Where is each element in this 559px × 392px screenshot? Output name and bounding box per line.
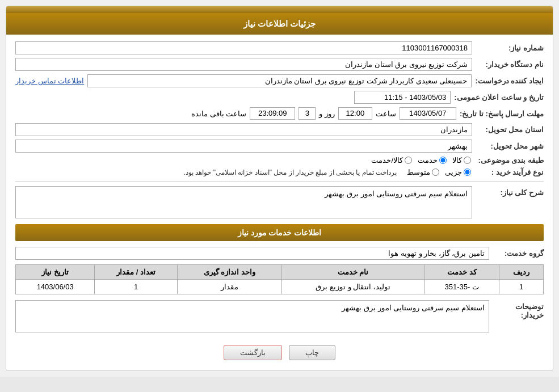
table-row: 1 ت -35-351 تولید، انتقال و توزیع برق مق…	[16, 280, 544, 294]
deadline-remaining-label: ساعت باقی مانده	[191, 108, 246, 120]
service-group-label: گروه خدمت:	[493, 249, 544, 258]
purchase-note: پرداخت تمام یا بخشی از مبلغ خریدار از مح…	[184, 168, 397, 176]
announce-label: تاریخ و ساعت اعلان عمومی:	[454, 93, 544, 102]
category-khedmat-label: خدمت	[418, 156, 438, 165]
announce-row: تاریخ و ساعت اعلان عمومی: 1403/05/03 - 1…	[15, 91, 544, 104]
bottom-buttons: چاپ بازگشت	[15, 337, 544, 364]
service-group-value: تامین برق، گاز، بخار و تهویه هوا	[15, 247, 489, 260]
id-label: شماره نیاز:	[476, 44, 544, 52]
category-kala-khedmat[interactable]: کالا/خدمت	[371, 156, 412, 165]
col-qty: تعداد / مقدار	[95, 265, 178, 280]
need-section: شرح کلی نیاز:	[15, 186, 544, 218]
category-radio-group: کالا خدمت کالا/خدمت	[371, 156, 471, 165]
col-date: تاریخ نیاز	[16, 265, 95, 280]
category-khedmat[interactable]: خدمت	[418, 156, 447, 165]
creator-link[interactable]: اطلاعات تماس خریدار	[15, 77, 84, 85]
category-kala-label: کالا	[452, 156, 462, 165]
id-row: شماره نیاز: 1103001167000318	[15, 41, 544, 54]
province-value: مازندران	[15, 123, 472, 136]
category-label: طبقه بندی موضوعی:	[476, 156, 544, 165]
city-row: شهر محل تحویل: بهشهر	[15, 140, 544, 153]
city-value: بهشهر	[15, 140, 472, 153]
deadline-row: مهلت ارسال پاسخ: تا تاریخ: 1403/05/07 سا…	[15, 107, 544, 120]
need-label: شرح کلی نیاز:	[476, 186, 544, 197]
creator-value: حسینعلی سعیدی کاربردار شرکت توزیع نیروی …	[87, 74, 472, 87]
cell-qty: 1	[95, 280, 178, 294]
cell-unit: مقدار	[177, 280, 281, 294]
cell-row: 1	[499, 280, 543, 294]
city-label: شهر محل تحویل:	[476, 142, 544, 150]
buyer-org-value: شرکت توزیع نیروی برق استان مازندران	[15, 58, 472, 71]
province-row: استان محل تحویل: مازندران	[15, 123, 544, 136]
cell-name: تولید، انتقال و توزیع برق	[281, 280, 424, 294]
creator-row: ایجاد کننده درخواست: حسینعلی سعیدی کاربر…	[15, 74, 544, 87]
deadline-time-label: ساعت	[376, 108, 396, 120]
cell-code: ت -35-351	[424, 280, 499, 294]
page-title: جزئیات اطلاعات نیاز	[6, 13, 553, 35]
category-row: طبقه بندی موضوعی: کالا خدمت کالا/خدمت	[15, 156, 544, 165]
col-name: نام خدمت	[281, 265, 424, 280]
col-row: ردیف	[499, 265, 543, 280]
col-unit: واحد اندازه گیری	[177, 265, 281, 280]
deadline-time: 12:00	[338, 107, 372, 120]
print-button[interactable]: چاپ	[289, 345, 335, 360]
main-card: جزئیات اطلاعات نیاز شماره نیاز: 11030011…	[6, 6, 553, 371]
buyer-org-label: نام دستگاه خریدار:	[476, 60, 544, 69]
header-accent-bar	[6, 6, 553, 13]
creator-label: ایجاد کننده درخواست:	[475, 77, 544, 85]
id-value: 1103001167000318	[15, 41, 472, 54]
purchase-motavaset[interactable]: متوسط	[407, 168, 439, 176]
category-kala[interactable]: کالا	[452, 156, 471, 165]
purchase-radio-group: جزیی متوسط پرداخت تمام یا بخشی از مبلغ خ…	[184, 168, 471, 176]
buyer-desc-row: توضیحات خریدار:	[15, 300, 544, 332]
back-button[interactable]: بازگشت	[224, 345, 282, 360]
deadline-days-label: روز و	[319, 108, 335, 120]
purchase-jozi[interactable]: جزیی	[445, 168, 471, 176]
deadline-label: مهلت ارسال پاسخ: تا تاریخ:	[460, 109, 544, 118]
deadline-date: 1403/05/07	[400, 107, 456, 120]
need-textarea[interactable]	[15, 186, 472, 218]
cell-date: 1403/06/03	[16, 280, 95, 294]
announce-value: 1403/05/03 - 11:15	[354, 91, 451, 104]
province-label: استان محل تحویل:	[476, 125, 544, 134]
buyer-desc-label: توضیحات خریدار:	[493, 300, 544, 319]
deadline-remaining: 23:09:09	[250, 107, 295, 120]
category-kala-khedmat-label: کالا/خدمت	[371, 156, 403, 165]
purchase-motavaset-label: متوسط	[407, 168, 430, 176]
deadline-days: 3	[299, 107, 316, 120]
buyer-desc-textarea[interactable]	[15, 300, 489, 332]
buyer-org-row: نام دستگاه خریدار: شرکت توزیع نیروی برق …	[15, 58, 544, 71]
purchase-jozi-label: جزیی	[445, 168, 462, 176]
service-group-row: گروه خدمت: تامین برق، گاز، بخار و تهویه …	[15, 247, 544, 260]
services-section-title: اطلاعات خدمات مورد نیاز	[15, 224, 544, 241]
purchase-type-label: نوع فرآیند خرید :	[476, 168, 544, 176]
services-table: ردیف کد خدمت نام خدمت واحد اندازه گیری ت…	[15, 264, 544, 294]
purchase-type-row: نوع فرآیند خرید : جزیی متوسط پرداخت تمام…	[15, 168, 544, 176]
col-code: کد خدمت	[424, 265, 499, 280]
